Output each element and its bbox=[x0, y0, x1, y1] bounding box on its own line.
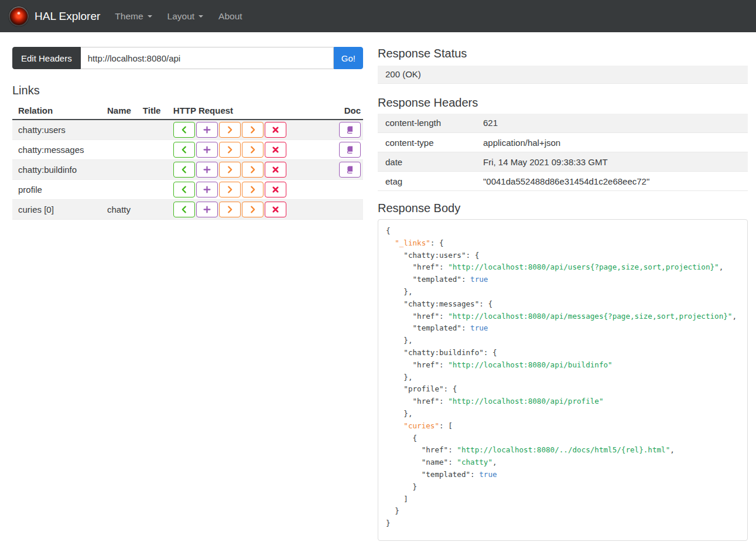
column-header-doc: Doc bbox=[330, 103, 363, 120]
code-line: } bbox=[386, 517, 740, 530]
patch-request-button[interactable] bbox=[242, 202, 264, 217]
post-request-button[interactable] bbox=[196, 142, 218, 158]
delete-request-button[interactable] bbox=[265, 182, 286, 197]
delete-request-button[interactable] bbox=[265, 142, 286, 158]
json-text: }, bbox=[386, 373, 413, 381]
json-text: "name": bbox=[386, 458, 457, 466]
name-cell: chatty bbox=[101, 200, 137, 220]
request-bar: Edit Headers Go! bbox=[12, 47, 363, 69]
http-request-cell bbox=[167, 180, 330, 200]
put-request-button[interactable] bbox=[219, 142, 241, 158]
json-text: "templated": bbox=[386, 470, 479, 479]
doc-cell bbox=[330, 200, 363, 220]
post-request-button[interactable] bbox=[196, 202, 218, 217]
delete-request-button[interactable] bbox=[265, 202, 286, 217]
cross-icon bbox=[272, 186, 279, 193]
put-request-button[interactable] bbox=[219, 182, 241, 197]
edit-headers-button[interactable]: Edit Headers bbox=[12, 47, 81, 69]
get-request-button[interactable] bbox=[173, 182, 195, 197]
url-input[interactable] bbox=[81, 47, 334, 69]
header-name: etag bbox=[378, 172, 476, 191]
links-table-row: chatty:messages bbox=[12, 140, 363, 160]
doc-button[interactable] bbox=[339, 162, 361, 178]
book-icon bbox=[346, 146, 354, 154]
relation-cell: chatty:users bbox=[12, 120, 101, 140]
cross-icon bbox=[272, 206, 279, 213]
json-text: "profile": { bbox=[386, 384, 457, 393]
column-header-title: Title bbox=[137, 103, 167, 120]
header-value: 621 bbox=[476, 114, 748, 133]
chevron-left-icon bbox=[180, 166, 188, 173]
patch-request-button[interactable] bbox=[242, 122, 264, 138]
json-string: "chatty" bbox=[457, 458, 492, 466]
plus-icon bbox=[203, 186, 211, 193]
get-request-button[interactable] bbox=[173, 122, 195, 138]
code-line: } bbox=[386, 481, 740, 493]
code-line: "chatty:messages": { bbox=[386, 298, 740, 311]
json-string: "http://localhost:8080/api/profile" bbox=[448, 397, 603, 406]
links-table: RelationNameTitleHTTP RequestDoc chatty:… bbox=[12, 103, 363, 220]
get-request-button[interactable] bbox=[173, 142, 195, 158]
chevron-right-icon bbox=[226, 126, 234, 134]
response-status-heading: Response Status bbox=[378, 47, 748, 60]
book-icon bbox=[346, 166, 354, 173]
json-text: "href": bbox=[386, 360, 448, 369]
plus-icon bbox=[203, 206, 211, 213]
doc-cell bbox=[330, 160, 363, 180]
code-line: "chatty:users": { bbox=[386, 250, 740, 262]
plus-icon bbox=[203, 166, 211, 173]
json-boolean: true bbox=[470, 275, 488, 284]
get-request-button[interactable] bbox=[173, 202, 195, 217]
json-text: }, bbox=[386, 409, 413, 418]
delete-request-button[interactable] bbox=[265, 162, 286, 178]
json-text bbox=[386, 421, 403, 430]
chevron-left-icon bbox=[180, 126, 188, 134]
json-string: "http://localhost:8080/api/messages{?pag… bbox=[448, 312, 732, 321]
header-value: application/hal+json bbox=[476, 133, 748, 152]
response-body-code: { "_links": { "chatty:users": { "href": … bbox=[378, 219, 748, 541]
title-cell bbox=[137, 140, 167, 160]
json-text: : [ bbox=[439, 421, 453, 430]
response-header-row: content-typeapplication/hal+json bbox=[378, 133, 748, 152]
json-text bbox=[386, 238, 395, 247]
json-text: , bbox=[719, 263, 724, 271]
patch-request-button[interactable] bbox=[242, 182, 264, 197]
doc-button[interactable] bbox=[339, 142, 361, 158]
title-cell bbox=[137, 180, 167, 200]
json-string: "http://localhost:8080/api/users{?page,s… bbox=[448, 263, 719, 271]
http-request-cell bbox=[167, 160, 330, 180]
put-request-button[interactable] bbox=[219, 162, 241, 178]
patch-request-button[interactable] bbox=[242, 162, 264, 178]
post-request-button[interactable] bbox=[196, 162, 218, 178]
go-button[interactable]: Go! bbox=[334, 47, 363, 69]
code-line: "href": "http://localhost:8080/api/users… bbox=[386, 261, 740, 274]
nav-item-layout[interactable]: Layout bbox=[160, 5, 211, 28]
get-request-button[interactable] bbox=[173, 162, 195, 178]
chevron-right-icon bbox=[249, 146, 256, 154]
json-key: "curies" bbox=[403, 421, 439, 430]
nav-item-theme[interactable]: Theme bbox=[107, 5, 159, 28]
nav-item-about[interactable]: About bbox=[211, 5, 250, 28]
patch-request-button[interactable] bbox=[242, 142, 264, 158]
http-request-cell bbox=[167, 120, 330, 140]
doc-cell bbox=[330, 140, 363, 160]
header-name: content-length bbox=[378, 114, 476, 133]
post-request-button[interactable] bbox=[196, 122, 218, 138]
code-line: } bbox=[386, 505, 740, 517]
doc-button[interactable] bbox=[339, 122, 361, 138]
delete-request-button[interactable] bbox=[265, 122, 286, 138]
links-table-row: chatty:buildinfo bbox=[12, 160, 363, 180]
chevron-right-icon bbox=[226, 206, 234, 213]
chevron-right-icon bbox=[226, 166, 234, 173]
brand[interactable]: HAL Explorer bbox=[9, 6, 100, 26]
brand-title: HAL Explorer bbox=[35, 10, 100, 23]
json-text: , bbox=[492, 458, 497, 466]
header-value: Fri, 14 May 2021 09:38:33 GMT bbox=[476, 152, 748, 172]
json-text: }, bbox=[386, 336, 413, 345]
chevron-down-icon bbox=[148, 15, 152, 18]
put-request-button[interactable] bbox=[219, 202, 241, 217]
post-request-button[interactable] bbox=[196, 182, 218, 197]
relation-cell: chatty:messages bbox=[12, 140, 101, 160]
code-line: "profile": { bbox=[386, 383, 740, 396]
put-request-button[interactable] bbox=[219, 122, 241, 138]
